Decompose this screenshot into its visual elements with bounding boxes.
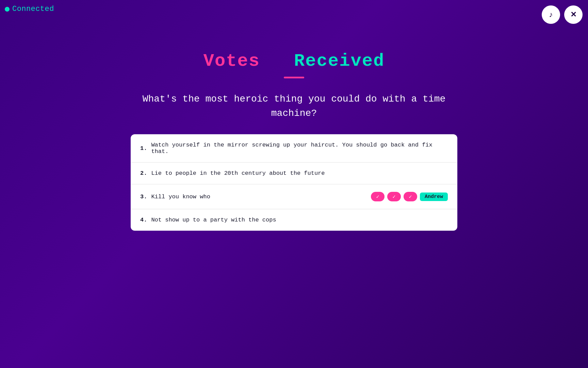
vote-badge: ✓: [404, 192, 417, 201]
close-button[interactable]: ✕: [564, 5, 583, 24]
answer-text: Not show up to a party with the cops: [151, 217, 448, 223]
music-button[interactable]: ♪: [542, 5, 560, 24]
top-right-controls: ♪ ✕: [542, 5, 583, 24]
voter-name-badge: Andrew: [420, 193, 448, 201]
title-votes: Votes: [203, 51, 260, 71]
vote-badge: ✓: [371, 192, 385, 201]
vote-badges: ✓✓✓Andrew: [371, 192, 448, 201]
close-icon: ✕: [570, 10, 576, 19]
title-divider: [284, 77, 304, 78]
connection-label: Connected: [12, 5, 54, 13]
question-text: What's the most heroic thing you could d…: [132, 92, 456, 121]
answers-card: 1.Watch yourself in the mirror screwing …: [131, 134, 457, 231]
answer-row: 1.Watch yourself in the mirror screwing …: [131, 134, 457, 163]
answer-row: 3.Kill you know who✓✓✓Andrew: [131, 184, 457, 209]
connection-dot: [5, 7, 10, 12]
title-received: Received: [294, 51, 385, 71]
answer-text: Kill you know who: [151, 194, 364, 200]
answer-text: Watch yourself in the mirror screwing up…: [151, 142, 448, 155]
answer-number: 2.: [140, 170, 147, 177]
answer-text: Lie to people in the 20th century about …: [151, 170, 448, 177]
answer-row: 2.Lie to people in the 20th century abou…: [131, 163, 457, 184]
answer-number: 1.: [140, 145, 147, 152]
connection-status: Connected: [5, 5, 54, 13]
vote-badge: ✓: [387, 192, 401, 201]
answer-number: 4.: [140, 217, 147, 223]
answer-row: 4.Not show up to a party with the cops: [131, 209, 457, 231]
music-icon: ♪: [549, 10, 553, 19]
answer-number: 3.: [140, 194, 147, 200]
page-title: Votes Received: [203, 51, 385, 71]
main-content: Votes Received What's the most heroic th…: [0, 0, 588, 231]
